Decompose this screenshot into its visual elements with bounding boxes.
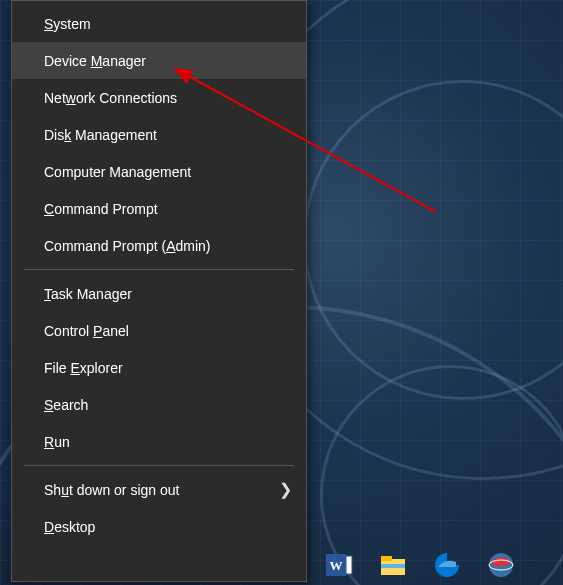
menu-item-command-prompt[interactable]: Command Prompt: [12, 190, 306, 227]
menu-item-disk-management[interactable]: Disk Management: [12, 116, 306, 153]
menu-item-label: Control Panel: [44, 323, 129, 339]
menu-item-device-manager[interactable]: Device Manager: [12, 42, 306, 79]
menu-item-label: Desktop: [44, 519, 95, 535]
menu-item-label: Computer Management: [44, 164, 191, 180]
menu-item-task-manager[interactable]: Task Manager: [12, 275, 306, 312]
menu-item-label: Shut down or sign out: [44, 482, 179, 498]
menu-item-shut-down[interactable]: Shut down or sign out ❯: [12, 471, 306, 508]
menu-item-file-explorer[interactable]: File Explorer: [12, 349, 306, 386]
menu-separator: [24, 269, 294, 270]
menu-item-computer-management[interactable]: Computer Management: [12, 153, 306, 190]
menu-item-label: Device Manager: [44, 53, 146, 69]
taskbar-icon-file-explorer[interactable]: [372, 549, 414, 581]
menu-item-label: Command Prompt (Admin): [44, 238, 211, 254]
menu-item-desktop[interactable]: Desktop: [12, 508, 306, 545]
menu-item-search[interactable]: Search: [12, 386, 306, 423]
taskbar-icon-word[interactable]: W: [318, 549, 360, 581]
svg-rect-3: [346, 556, 352, 574]
menu-item-network-connections[interactable]: Network Connections: [12, 79, 306, 116]
menu-item-label: Search: [44, 397, 88, 413]
winx-menu: System Device Manager Network Connection…: [11, 0, 307, 582]
menu-item-label: Command Prompt: [44, 201, 158, 217]
menu-item-run[interactable]: Run: [12, 423, 306, 460]
menu-item-command-prompt-admin[interactable]: Command Prompt (Admin): [12, 227, 306, 264]
chevron-right-icon: ❯: [279, 482, 292, 498]
menu-item-label: Disk Management: [44, 127, 157, 143]
taskbar-icon-globe-app[interactable]: [480, 549, 522, 581]
menu-item-label: Run: [44, 434, 70, 450]
taskbar-icon-edge[interactable]: [426, 549, 468, 581]
edge-icon: [432, 550, 462, 580]
svg-text:W: W: [330, 558, 343, 573]
taskbar: W: [0, 544, 563, 585]
menu-item-label: File Explorer: [44, 360, 123, 376]
menu-item-system[interactable]: System: [12, 5, 306, 42]
wallpaper-arc: [303, 80, 563, 400]
svg-rect-7: [381, 564, 405, 568]
menu-item-control-panel[interactable]: Control Panel: [12, 312, 306, 349]
menu-item-label: System: [44, 16, 91, 32]
menu-item-label: Network Connections: [44, 90, 177, 106]
word-icon: W: [324, 550, 354, 580]
globe-app-icon: [486, 550, 516, 580]
menu-item-label: Task Manager: [44, 286, 132, 302]
file-explorer-icon: [378, 550, 408, 580]
menu-separator: [24, 465, 294, 466]
svg-rect-6: [381, 556, 392, 561]
desktop: System Device Manager Network Connection…: [0, 0, 563, 585]
